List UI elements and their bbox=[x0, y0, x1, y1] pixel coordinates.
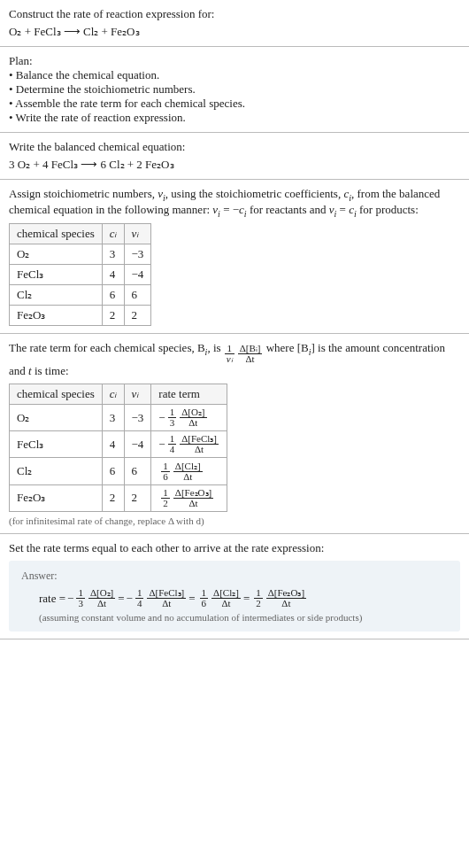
frac-coef: 1νᵢ bbox=[225, 344, 234, 364]
sign: − bbox=[67, 592, 73, 606]
table-header-row: chemical species cᵢ νᵢ bbox=[10, 224, 151, 244]
balanced-heading: Write the balanced chemical equation: bbox=[9, 140, 460, 154]
cell: Cl₂ bbox=[10, 285, 103, 306]
table-row: O₂3−3 bbox=[10, 244, 151, 265]
plan-item: • Determine the stoichiometric numbers. bbox=[9, 82, 460, 97]
cell: 3 bbox=[102, 244, 124, 265]
col-header: νᵢ bbox=[124, 224, 151, 244]
col-header: cᵢ bbox=[102, 224, 124, 244]
frac-den: 3 bbox=[168, 418, 177, 428]
cell: 2 bbox=[124, 306, 151, 326]
stoich-text: Assign stoichiometric numbers, νi, using… bbox=[9, 187, 460, 218]
answer-equation: rate = −13Δ[O₂]Δt = −14Δ[FeCl₃]Δt = 16Δ[… bbox=[39, 588, 307, 608]
intro-section: Construct the rate of reaction expressio… bbox=[0, 0, 469, 47]
table-row: Fe₂O₃22 bbox=[10, 306, 151, 326]
cell: −13Δ[O₂]Δt bbox=[151, 405, 227, 431]
text-part: where [B bbox=[266, 341, 309, 354]
sign: − bbox=[158, 438, 165, 452]
cell: Fe₂O₃ bbox=[10, 306, 103, 326]
frac-den: 4 bbox=[135, 599, 144, 608]
cell: 6 bbox=[102, 458, 124, 485]
cell: 6 bbox=[124, 458, 151, 485]
frac-num: 1 bbox=[161, 461, 170, 472]
text-part: = bbox=[336, 203, 349, 216]
equals: = bbox=[188, 592, 195, 606]
table-row: Cl₂66 bbox=[10, 285, 151, 306]
text-part: Assign stoichiometric numbers, bbox=[9, 187, 158, 200]
answer-box: Answer: rate = −13Δ[O₂]Δt = −14Δ[FeCl₃]Δ… bbox=[9, 561, 460, 632]
table-row: FeCl₃ 4 −4 −14Δ[FeCl₃]Δt bbox=[10, 431, 227, 458]
cell: Cl₂ bbox=[10, 458, 103, 485]
frac-den: 6 bbox=[161, 472, 170, 482]
cell: 4 bbox=[102, 265, 124, 285]
frac-den: Δt bbox=[88, 599, 115, 608]
text-part: for products: bbox=[357, 203, 419, 216]
text-part: = − bbox=[220, 203, 239, 216]
plan-item: • Assemble the rate term for each chemic… bbox=[9, 97, 460, 111]
final-section: Set the rate terms equal to each other t… bbox=[0, 534, 469, 639]
frac-den: 3 bbox=[76, 599, 85, 608]
sign: − bbox=[158, 411, 165, 425]
stoich-table: chemical species cᵢ νᵢ O₂3−3 FeCl₃4−4 Cl… bbox=[9, 223, 151, 326]
intro-equation: O₂ + FeCl₃ ⟶ Cl₂ + Fe₂O₃ bbox=[9, 25, 460, 39]
cell: −3 bbox=[124, 405, 151, 431]
table-header-row: chemical species cᵢ νᵢ rate term bbox=[10, 384, 227, 405]
cell: 12Δ[Fe₂O₃]Δt bbox=[151, 484, 227, 512]
stoich-section: Assign stoichiometric numbers, νi, using… bbox=[0, 180, 469, 334]
col-header: νᵢ bbox=[124, 384, 151, 405]
cell: −3 bbox=[124, 244, 151, 265]
plan-item: • Balance the chemical equation. bbox=[9, 68, 460, 82]
cell: 3 bbox=[102, 405, 124, 431]
plan-item: • Write the rate of reaction expression. bbox=[9, 111, 460, 125]
cell: 6 bbox=[124, 285, 151, 306]
text-part: for reactants and bbox=[247, 203, 329, 216]
frac-den: Δt bbox=[266, 599, 306, 608]
final-heading: Set the rate terms equal to each other t… bbox=[9, 541, 460, 555]
equals: = bbox=[118, 592, 124, 606]
rate-term-text: The rate term for each chemical species,… bbox=[9, 341, 460, 378]
col-header: chemical species bbox=[10, 224, 103, 244]
col-header: rate term bbox=[151, 384, 227, 405]
cell: 4 bbox=[102, 431, 124, 458]
rate-term-note: (for infinitesimal rate of change, repla… bbox=[9, 515, 460, 526]
table-row: O₂ 3 −3 −13Δ[O₂]Δt bbox=[10, 405, 227, 431]
cell: O₂ bbox=[10, 244, 103, 265]
text-part: , is bbox=[207, 341, 223, 354]
frac-den: 4 bbox=[168, 445, 177, 454]
cell: 2 bbox=[124, 484, 151, 512]
cell: FeCl₃ bbox=[10, 431, 103, 458]
frac-num: Δ[Cl₂] bbox=[173, 461, 203, 472]
header-ci: cᵢ bbox=[110, 227, 117, 240]
rate-label: rate = bbox=[39, 592, 65, 606]
answer-label: Answer: bbox=[21, 570, 448, 583]
frac-den: Δt bbox=[173, 499, 213, 508]
plan-section: Plan: • Balance the chemical equation. •… bbox=[0, 47, 469, 133]
cell: Fe₂O₃ bbox=[10, 484, 103, 512]
header-nui: νᵢ bbox=[132, 227, 139, 240]
cell: FeCl₃ bbox=[10, 265, 103, 285]
table-row: FeCl₃4−4 bbox=[10, 265, 151, 285]
cell: 2 bbox=[102, 306, 124, 326]
col-header: chemical species bbox=[10, 384, 103, 405]
cell: 6 bbox=[102, 285, 124, 306]
text-part: is time: bbox=[32, 364, 69, 377]
frac-den: νᵢ bbox=[225, 354, 234, 364]
frac-den: Δt bbox=[180, 445, 219, 454]
header-ci: cᵢ bbox=[110, 387, 117, 400]
cell: −4 bbox=[124, 265, 151, 285]
text-part: , using the stoichiometric coefficients, bbox=[165, 187, 344, 200]
frac-den: 2 bbox=[254, 599, 263, 608]
rate-def: 1νᵢ Δ[Bᵢ]Δt bbox=[224, 344, 264, 364]
rate-term-section: The rate term for each chemical species,… bbox=[0, 334, 469, 534]
answer-note: (assuming constant volume and no accumul… bbox=[39, 612, 448, 623]
frac-den: Δt bbox=[238, 354, 263, 364]
equals: = bbox=[243, 592, 250, 606]
cell: −4 bbox=[124, 431, 151, 458]
cell: −14Δ[FeCl₃]Δt bbox=[151, 431, 227, 458]
plan-heading: Plan: bbox=[9, 54, 460, 68]
frac-den: 2 bbox=[161, 499, 170, 508]
intro-prompt: Construct the rate of reaction expressio… bbox=[9, 7, 460, 21]
frac-den: 6 bbox=[200, 599, 209, 608]
header-nui: νᵢ bbox=[132, 387, 139, 400]
balanced-equation: 3 O₂ + 4 FeCl₃ ⟶ 6 Cl₂ + 2 Fe₂O₃ bbox=[9, 158, 460, 172]
